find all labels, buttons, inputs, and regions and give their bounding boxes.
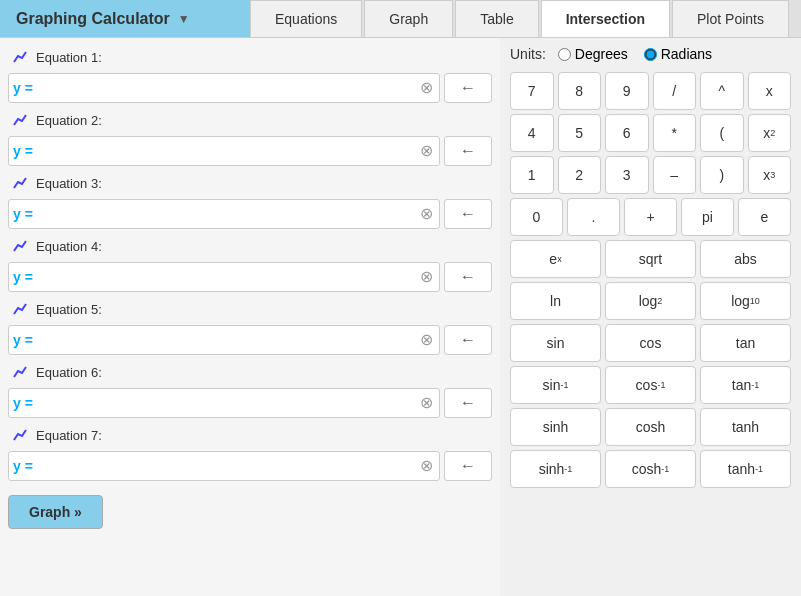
btn-7[interactable]: 7 [510,72,554,110]
tab-equations[interactable]: Equations [250,0,362,37]
equation-2-label-row: Equation 2: [8,109,492,131]
btn-9[interactable]: 9 [605,72,649,110]
btn-x-squared[interactable]: x2 [748,114,792,152]
equation-4-input[interactable] [37,269,418,285]
equation-5-input-group: y = ⊗ [8,325,440,355]
app-title: Graphing Calculator ▼ [0,0,250,37]
btn-atanh[interactable]: tanh-1 [700,450,791,488]
btn-asin[interactable]: sin-1 [510,366,601,404]
equation-4-backspace[interactable]: ← [444,262,492,292]
btn-sin[interactable]: sin [510,324,601,362]
tab-graph[interactable]: Graph [364,0,453,37]
graph-button[interactable]: Graph » [8,495,103,529]
btn-3[interactable]: 3 [605,156,649,194]
app-title-arrow: ▼ [178,12,190,26]
btn-atan[interactable]: tan-1 [700,366,791,404]
btn-0[interactable]: 0 [510,198,563,236]
units-label: Units: [510,46,546,62]
equation-7-row: y = ⊗ ← [8,451,492,481]
btn-5[interactable]: 5 [558,114,602,152]
btn-plus[interactable]: + [624,198,677,236]
btn-divide[interactable]: / [653,72,697,110]
btn-log2[interactable]: log2 [605,282,696,320]
btn-1[interactable]: 1 [510,156,554,194]
tab-plot-points[interactable]: Plot Points [672,0,789,37]
degrees-option[interactable]: Degrees [558,46,628,62]
btn-cosh[interactable]: cosh [605,408,696,446]
btn-2[interactable]: 2 [558,156,602,194]
equation-5-clear[interactable]: ⊗ [418,332,435,348]
equation-7-input-group: y = ⊗ [8,451,440,481]
equation-2-clear[interactable]: ⊗ [418,143,435,159]
equation-3-input[interactable] [37,206,418,222]
equation-2-backspace[interactable]: ← [444,136,492,166]
equation-6-input[interactable] [37,395,418,411]
radians-option[interactable]: Radians [644,46,712,62]
equation-2-label: Equation 2: [36,113,102,128]
top-nav: Graphing Calculator ▼ Equations Graph Ta… [0,0,801,38]
equation-1-input[interactable] [37,80,418,96]
equation-4-clear[interactable]: ⊗ [418,269,435,285]
btn-minus[interactable]: – [653,156,697,194]
equation-2-input[interactable] [37,143,418,159]
btn-x[interactable]: x [748,72,792,110]
tab-table[interactable]: Table [455,0,538,37]
btn-close-paren[interactable]: ) [700,156,744,194]
btn-6[interactable]: 6 [605,114,649,152]
btn-acosh[interactable]: cosh-1 [605,450,696,488]
equation-5-backspace[interactable]: ← [444,325,492,355]
btn-8[interactable]: 8 [558,72,602,110]
equation-4-label: Equation 4: [36,239,102,254]
equation-6-backspace[interactable]: ← [444,388,492,418]
btn-sqrt[interactable]: sqrt [605,240,696,278]
btn-exp[interactable]: ex [510,240,601,278]
btn-power[interactable]: ^ [700,72,744,110]
equation-5-input[interactable] [37,332,418,348]
btn-acos[interactable]: cos-1 [605,366,696,404]
btn-dot[interactable]: . [567,198,620,236]
equation-7-icon [10,424,32,446]
calc-row-2: 4 5 6 * ( x2 [510,114,791,152]
equation-6-clear[interactable]: ⊗ [418,395,435,411]
equation-5-label-row: Equation 5: [8,298,492,320]
btn-cos[interactable]: cos [605,324,696,362]
btn-multiply[interactable]: * [653,114,697,152]
btn-tanh[interactable]: tanh [700,408,791,446]
equation-7-label: Equation 7: [36,428,102,443]
equation-3-clear[interactable]: ⊗ [418,206,435,222]
btn-asinh[interactable]: sinh-1 [510,450,601,488]
equation-7-clear[interactable]: ⊗ [418,458,435,474]
units-row: Units: Degrees Radians [510,46,791,62]
equation-3-label: Equation 3: [36,176,102,191]
equation-2-input-group: y = ⊗ [8,136,440,166]
equation-7-backspace[interactable]: ← [444,451,492,481]
btn-ln[interactable]: ln [510,282,601,320]
btn-open-paren[interactable]: ( [700,114,744,152]
equation-1-backspace[interactable]: ← [444,73,492,103]
btn-sinh[interactable]: sinh [510,408,601,446]
calc-row-5: ex sqrt abs [510,240,791,278]
calc-row-9: sinh cosh tanh [510,408,791,446]
equation-1-clear[interactable]: ⊗ [418,80,435,96]
equation-1-input-group: y = ⊗ [8,73,440,103]
btn-abs[interactable]: abs [700,240,791,278]
equation-1-row: y = ⊗ ← [8,73,492,103]
equation-5-prefix: y = [13,332,33,348]
calc-row-7: sin cos tan [510,324,791,362]
equation-4-label-row: Equation 4: [8,235,492,257]
equation-3-row: y = ⊗ ← [8,199,492,229]
equation-3-prefix: y = [13,206,33,222]
equation-7-prefix: y = [13,458,33,474]
btn-4[interactable]: 4 [510,114,554,152]
btn-tan[interactable]: tan [700,324,791,362]
equation-3-backspace[interactable]: ← [444,199,492,229]
btn-x-cubed[interactable]: x3 [748,156,792,194]
equation-6-prefix: y = [13,395,33,411]
btn-pi[interactable]: pi [681,198,734,236]
degrees-radio[interactable] [558,48,571,61]
radians-radio[interactable] [644,48,657,61]
btn-log10[interactable]: log10 [700,282,791,320]
btn-e[interactable]: e [738,198,791,236]
equation-7-input[interactable] [37,458,418,474]
tab-intersection[interactable]: Intersection [541,0,670,37]
